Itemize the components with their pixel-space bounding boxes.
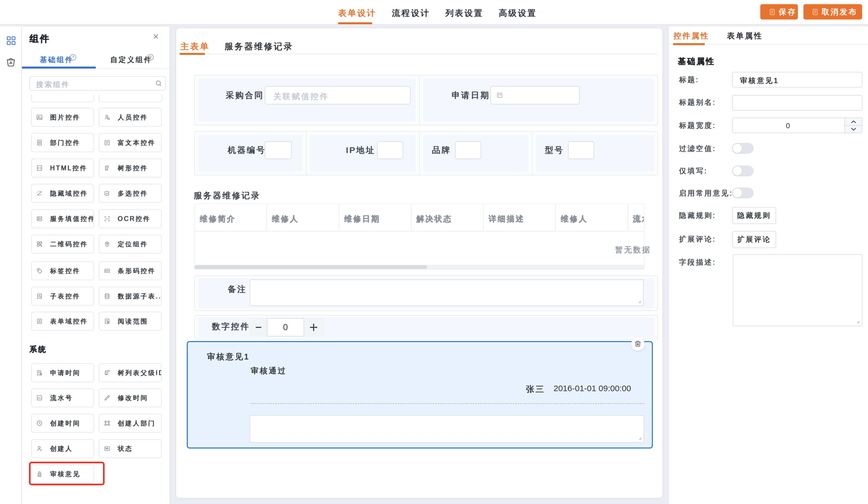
svg-text:OCR: OCR <box>105 218 110 220</box>
svg-text:No: No <box>38 397 41 400</box>
